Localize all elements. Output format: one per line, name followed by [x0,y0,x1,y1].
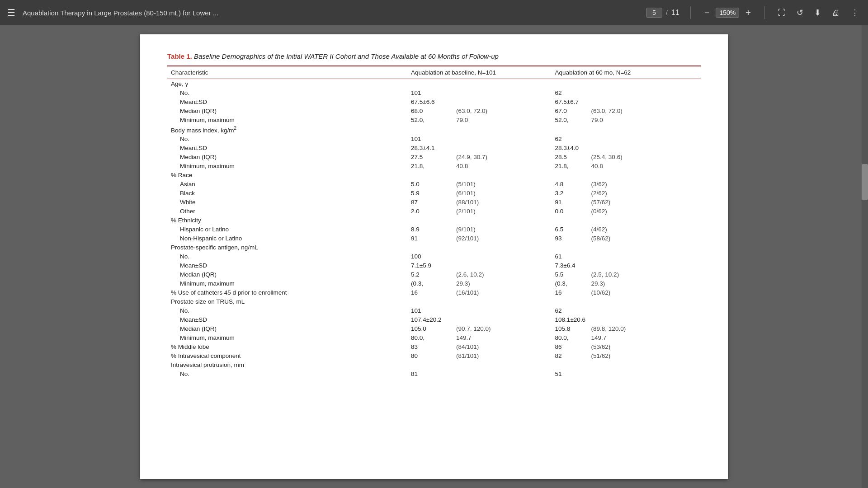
cell-label: No. [167,252,407,261]
cell-label: Black [167,189,407,198]
page-total: 11 [671,9,679,17]
cell-label: % Ethnicity [167,216,407,225]
scrollbar[interactable] [862,25,868,488]
cell-baseline-value: 87(88/101) [407,198,552,207]
zoom-in-button[interactable]: + [743,7,754,18]
table-row: Hispanic or Latino8.9(9/101)6.5(4/62) [167,225,701,234]
cell-60mo-value: 67.0(63.0, 72.0) [552,106,701,115]
table-row: % Middle lobe83(84/101)86(53/62) [167,343,701,352]
document-title: Aquablation Therapy in Large Prostates (… [23,9,639,17]
cell-label: Other [167,207,407,216]
table-row: Median (IQR)27.5(24.9, 30.7)28.5(25.4, 3… [167,153,701,162]
cell-60mo-value [552,216,701,225]
cell-60mo-value [552,79,701,89]
table-row: Prostate size on TRUS, mL [167,297,701,306]
cell-label: Body mass index, kg/m2 [167,124,407,135]
cell-label: Age, y [167,79,407,89]
cell-baseline-value: 27.5(24.9, 30.7) [407,153,552,162]
toolbar: ☰ Aquablation Therapy in Large Prostates… [0,0,868,25]
table-row: % Ethnicity [167,216,701,225]
table-row: Median (IQR)5.2(2.6, 10.2)5.5(2.5, 10.2) [167,270,701,279]
cell-label: Mean±SD [167,144,407,153]
table-row: Body mass index, kg/m2 [167,124,701,135]
cell-baseline-value: 80.0,149.7 [407,333,552,343]
cell-label: Minimum, maximum [167,162,407,171]
cell-label: Intravesical protrusion, mm [167,361,407,370]
cell-baseline-value: 52.0,79.0 [407,115,552,124]
cell-60mo-value: 28.5(25.4, 30.6) [552,153,701,162]
col-header-characteristic: Characteristic [167,66,407,79]
page-number-input[interactable] [646,8,662,18]
zoom-out-button[interactable]: − [702,7,712,18]
col-header-baseline: Aquablation at baseline, N=101 [407,66,552,79]
table-row: Mean±SD67.5±6.667.5±6.7 [167,97,701,106]
cell-label: Minimum, maximum [167,115,407,124]
pdf-page: Table 1. Baseline Demographics of the In… [140,34,728,479]
cell-baseline-value: 67.5±6.6 [407,97,552,106]
table-title-italic: Baseline Demographics of the Initial WAT… [192,52,499,60]
cell-label: Median (IQR) [167,153,407,162]
cell-label: % Middle lobe [167,343,407,352]
scrollbar-thumb[interactable] [862,164,868,200]
cell-baseline-value [407,124,552,135]
table-row: Black5.9(6/101)3.2(2/62) [167,189,701,198]
cell-label: Non-Hispanic or Latino [167,234,407,243]
more-options-button[interactable]: ⋮ [849,6,861,19]
cell-baseline-value [407,79,552,89]
toolbar-right-actions: ⬇ 🖨 ⋮ [812,6,861,19]
table-title-bold: Table 1. [167,52,192,60]
table-row: No.10162 [167,135,701,144]
cell-baseline-value: 101 [407,135,552,144]
page-navigation: / 11 [646,8,679,18]
cell-label: Prostate size on TRUS, mL [167,297,407,306]
cell-60mo-value: 91(57/62) [552,198,701,207]
cell-60mo-value: (0.3,29.3) [552,279,701,288]
cell-baseline-value [407,216,552,225]
cell-label: No. [167,370,407,379]
cell-60mo-value: 3.2(2/62) [552,189,701,198]
cell-60mo-value [552,124,701,135]
table-row: Mean±SD7.1±5.97.3±6.4 [167,261,701,270]
cell-60mo-value [552,361,701,370]
table-row: Asian5.0(5/101)4.8(3/62) [167,180,701,189]
cell-60mo-value: 82(51/62) [552,352,701,361]
download-button[interactable]: ⬇ [812,6,823,19]
fit-page-button[interactable]: ⛶ [776,6,788,19]
cell-baseline-value: 107.4±20.2 [407,315,552,324]
cell-baseline-value [407,171,552,180]
cell-baseline-value: 81 [407,370,552,379]
cell-baseline-value: 68.0(63.0, 72.0) [407,106,552,115]
cell-baseline-value: 16(16/101) [407,288,552,297]
table-row: No.10061 [167,252,701,261]
table-row: % Use of catheters 45 d prior to enrollm… [167,288,701,297]
cell-60mo-value: 52.0,79.0 [552,115,701,124]
print-button[interactable]: 🖨 [830,6,842,19]
rotate-button[interactable]: ↺ [795,6,805,19]
table-row: No.10162 [167,306,701,315]
cell-baseline-value [407,297,552,306]
menu-icon[interactable]: ☰ [7,7,15,18]
cell-60mo-value: 7.3±6.4 [552,261,701,270]
cell-baseline-value: 105.0(90.7, 120.0) [407,324,552,333]
table-row: Minimum, maximum(0.3,29.3)(0.3,29.3) [167,279,701,288]
divider-2 [764,6,765,19]
cell-60mo-value: 6.5(4/62) [552,225,701,234]
cell-60mo-value: 62 [552,306,701,315]
cell-60mo-value: 4.8(3/62) [552,180,701,189]
cell-baseline-value [407,243,552,252]
cell-label: % Intravesical component [167,352,407,361]
cell-60mo-value: 62 [552,135,701,144]
cell-60mo-value: 5.5(2.5, 10.2) [552,270,701,279]
cell-baseline-value: 101 [407,88,552,97]
cell-baseline-value: 2.0(2/101) [407,207,552,216]
cell-baseline-value: (0.3,29.3) [407,279,552,288]
cell-baseline-value: 7.1±5.9 [407,261,552,270]
divider-1 [690,6,691,19]
table-row: Intravesical protrusion, mm [167,361,701,370]
table-row: No.8151 [167,370,701,379]
cell-60mo-value: 86(53/62) [552,343,701,352]
cell-label: No. [167,135,407,144]
cell-60mo-value [552,171,701,180]
cell-label: White [167,198,407,207]
cell-label: Minimum, maximum [167,279,407,288]
